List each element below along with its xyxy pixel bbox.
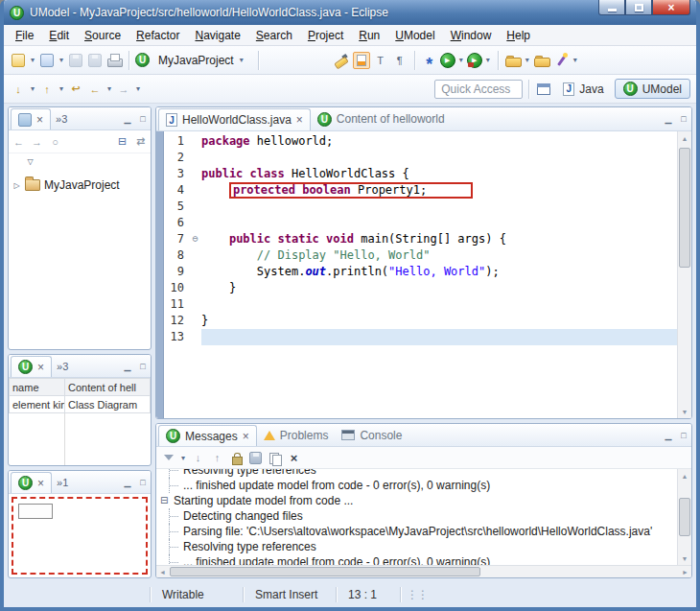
code-line-13[interactable]: 13 <box>164 329 677 345</box>
close-window-button[interactable]: × <box>652 0 690 15</box>
message-row[interactable]: ... finished update model from code - 0 … <box>160 554 677 565</box>
message-row[interactable]: Resolving type references <box>160 539 677 554</box>
message-row[interactable]: Detecting changed files <box>160 508 677 524</box>
save-icon[interactable] <box>67 52 84 69</box>
fold-collapse-icon[interactable]: ⊖ <box>189 231 201 247</box>
more-views-indicator[interactable]: »3 <box>51 107 72 129</box>
next-annotation-dropdown-icon[interactable]: ▾ <box>29 84 36 93</box>
code-line-4[interactable]: 4 protected boolean Property1; <box>164 182 677 199</box>
umodel-perspective-button[interactable]: U UModel <box>615 79 690 99</box>
external-tools-dropdown-icon[interactable]: ▾ <box>484 56 492 64</box>
save-log-icon[interactable] <box>247 450 264 466</box>
property-row[interactable]: element kin Class Diagram <box>10 396 151 413</box>
close-tab-icon[interactable]: × <box>243 432 249 441</box>
close-view-icon[interactable]: × <box>36 115 43 125</box>
previous-annotation-icon[interactable]: ↑ <box>38 81 56 98</box>
scroll-down-icon[interactable]: ▼ <box>678 552 691 565</box>
quick-access-input[interactable] <box>434 80 523 99</box>
code-line-10[interactable]: 10 } <box>164 280 677 296</box>
messages-list[interactable]: Resolving type references... finished up… <box>156 469 677 565</box>
back-history-dropdown-icon[interactable]: ▾ <box>105 84 113 93</box>
forward-icon[interactable]: → <box>115 81 132 98</box>
new-wizard-icon[interactable] <box>10 52 27 69</box>
clear-log-icon[interactable]: × <box>286 450 302 466</box>
import-folder-icon[interactable] <box>533 52 550 69</box>
open-folder-dropdown-icon[interactable]: ▾ <box>524 56 531 64</box>
minimize-view-icon[interactable]: ▁ <box>120 355 135 377</box>
scroll-up-icon[interactable]: ▲ <box>678 469 691 482</box>
filter-dropdown-icon[interactable]: ▾ <box>179 454 187 462</box>
scroll-left-icon[interactable]: ◄ <box>156 566 169 577</box>
code-line-11[interactable]: 11 <box>164 296 677 313</box>
model-tree-tab[interactable]: × <box>11 108 51 129</box>
menu-navigate[interactable]: Navigate <box>187 27 247 44</box>
tree-collapse-icon[interactable]: ⊟ <box>160 493 171 508</box>
tab-content-of-helloworld[interactable]: U Content of helloworld <box>311 107 452 130</box>
close-view-icon[interactable]: × <box>37 479 44 488</box>
new-wizard-sparkle-icon[interactable]: * <box>421 52 438 69</box>
search-flashlight-icon[interactable] <box>334 52 351 69</box>
project-combo[interactable]: MyJavaProject ▾ <box>152 50 252 71</box>
tab-console[interactable]: Console <box>335 424 408 446</box>
menu-run[interactable]: Run <box>351 27 387 44</box>
show-whitespace-icon[interactable]: ¶ <box>391 52 408 69</box>
minimize-view-icon[interactable]: ▁ <box>120 107 135 129</box>
mark-occurrences-icon[interactable] <box>353 52 370 69</box>
code-line-3[interactable]: 3public class HelloWorldClass { <box>164 166 677 182</box>
block-selection-icon[interactable]: T <box>372 52 389 69</box>
maximize-view-icon[interactable]: □ <box>676 424 691 446</box>
minimize-view-icon[interactable]: ▁ <box>661 107 676 130</box>
view-menu-icon[interactable]: ▽ <box>22 153 38 170</box>
message-row[interactable]: ⊟Starting update model from code ... <box>160 493 677 508</box>
maximize-view-icon[interactable]: □ <box>135 107 151 129</box>
collapse-all-icon[interactable]: ⊟ <box>114 133 130 150</box>
tree-item-myjavaproject[interactable]: ▷ MyJavaProject <box>12 176 147 194</box>
more-views-indicator[interactable]: »3 <box>52 355 73 377</box>
next-message-icon[interactable]: ↓ <box>190 450 206 466</box>
save-all-icon[interactable] <box>86 52 104 69</box>
scroll-lock-icon[interactable] <box>228 450 245 466</box>
menu-search[interactable]: Search <box>248 27 300 44</box>
code-line-2[interactable]: 2 <box>164 150 677 166</box>
menu-edit[interactable]: Edit <box>41 27 77 44</box>
maximize-window-button[interactable] <box>625 0 652 15</box>
next-annotation-icon[interactable]: ↓ <box>10 81 27 98</box>
back-icon[interactable]: ← <box>86 81 104 98</box>
minimize-view-icon[interactable]: ▁ <box>120 471 135 493</box>
last-edit-location-icon[interactable]: ↩ <box>67 81 84 98</box>
open-project-folder-icon[interactable] <box>504 52 522 69</box>
message-row[interactable]: ... finished update model from code - 0 … <box>160 478 677 493</box>
menu-umodel[interactable]: UModel <box>387 27 442 44</box>
menu-file[interactable]: File <box>8 27 41 44</box>
tab-messages[interactable]: U Messages × <box>158 425 257 446</box>
maximize-view-icon[interactable]: □ <box>676 107 691 130</box>
scroll-down-icon[interactable]: ▼ <box>678 405 691 418</box>
scroll-up-icon[interactable]: ▲ <box>678 131 691 145</box>
menu-source[interactable]: Source <box>77 27 128 44</box>
copy-icon[interactable] <box>267 450 283 466</box>
new-java-dropdown-icon[interactable]: ▾ <box>58 56 65 64</box>
code-line-1[interactable]: 1package helloworld; <box>164 133 677 150</box>
minimize-window-button[interactable] <box>598 0 625 15</box>
new-java-element-icon[interactable] <box>38 52 56 69</box>
code-line-6[interactable]: 6 <box>164 215 677 231</box>
editor-vertical-scrollbar[interactable]: ▲ ▼ <box>677 131 691 418</box>
maximize-view-icon[interactable]: □ <box>135 355 151 377</box>
magic-wand-icon[interactable] <box>552 52 570 69</box>
messages-horizontal-scrollbar[interactable]: ◄ ► <box>156 565 691 577</box>
overview-tab[interactable]: U × <box>11 472 52 493</box>
java-perspective-button[interactable]: J Java <box>554 80 612 99</box>
tab-helloworldclass-java[interactable]: J HelloWorldClass.java × <box>158 108 311 130</box>
code-line-12[interactable]: 12} <box>164 313 677 329</box>
properties-tab[interactable]: U × <box>11 356 52 377</box>
messages-vertical-scrollbar[interactable]: ▲ ▼ <box>677 469 691 565</box>
open-perspective-icon[interactable] <box>535 81 552 98</box>
close-view-icon[interactable]: × <box>37 363 44 372</box>
scrollbar-thumb[interactable] <box>679 498 690 536</box>
run-icon[interactable]: ▶ <box>440 53 455 68</box>
scrollbar-thumb[interactable] <box>170 567 480 576</box>
back-icon[interactable]: ← <box>11 133 27 150</box>
message-row[interactable]: Resolving type references <box>160 469 677 478</box>
forward-history-dropdown-icon[interactable]: ▾ <box>134 84 142 93</box>
code-line-8[interactable]: 8 // Display "Hello, World" <box>164 247 677 264</box>
